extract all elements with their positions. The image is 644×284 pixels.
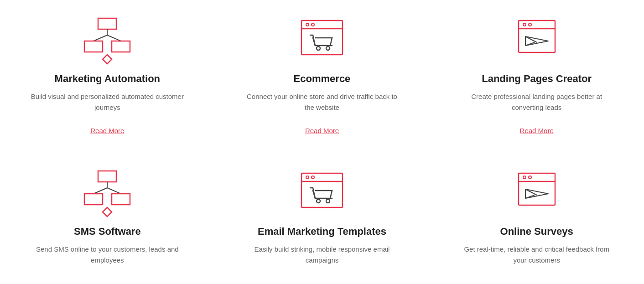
svg-rect-0 xyxy=(98,18,116,29)
svg-point-15 xyxy=(523,23,526,26)
svg-rect-33 xyxy=(519,173,555,205)
svg-marker-6 xyxy=(103,55,112,64)
card-ecommerce: Ecommerce Connect your online store and … xyxy=(215,0,430,153)
sms-icon xyxy=(80,166,135,217)
svg-point-30 xyxy=(312,176,314,179)
card-sms-software: SMS Software Send SMS online to your cus… xyxy=(0,153,215,284)
card-title: Ecommerce xyxy=(294,73,351,85)
card-marketing-automation: Marketing Automation Build visual and pe… xyxy=(0,0,215,153)
svg-point-9 xyxy=(306,23,309,26)
svg-line-22 xyxy=(93,188,107,194)
card-description: Build visual and personalized automated … xyxy=(27,91,187,114)
svg-point-32 xyxy=(326,199,330,203)
read-more-link[interactable]: Read More xyxy=(520,127,554,134)
card-description: Easily build striking, mobile responsive… xyxy=(242,244,402,267)
card-title: SMS Software xyxy=(74,226,141,238)
svg-line-2 xyxy=(93,35,107,41)
card-title: Online Surveys xyxy=(500,226,573,238)
card-title: Email Marketing Templates xyxy=(258,226,386,238)
read-more-link[interactable]: Read More xyxy=(305,127,339,134)
svg-point-10 xyxy=(312,23,314,26)
svg-point-12 xyxy=(326,46,330,50)
svg-line-23 xyxy=(107,188,121,194)
svg-point-29 xyxy=(306,176,309,179)
card-description: Get real-time, reliable and critical fee… xyxy=(457,244,617,267)
svg-rect-25 xyxy=(112,194,130,205)
svg-rect-20 xyxy=(98,171,116,182)
svg-rect-4 xyxy=(84,41,103,52)
svg-rect-24 xyxy=(84,194,103,205)
online-surveys-icon xyxy=(509,166,564,217)
svg-marker-26 xyxy=(103,207,112,217)
svg-point-31 xyxy=(317,199,320,203)
svg-line-3 xyxy=(107,35,121,41)
landing-pages-icon xyxy=(509,14,564,64)
features-grid: Marketing Automation Build visual and pe… xyxy=(0,0,644,284)
card-online-surveys: Online Surveys Get real-time, reliable a… xyxy=(429,153,644,284)
svg-point-36 xyxy=(529,176,531,179)
read-more-link[interactable]: Read More xyxy=(90,127,124,134)
svg-rect-5 xyxy=(112,41,130,52)
automation-icon xyxy=(80,14,135,64)
card-landing-pages: Landing Pages Creator Create professiona… xyxy=(429,0,644,153)
svg-rect-13 xyxy=(519,21,555,52)
card-email-marketing: Email Marketing Templates Easily build s… xyxy=(215,153,430,284)
card-description: Create professional landing pages better… xyxy=(457,91,617,114)
card-title: Landing Pages Creator xyxy=(482,73,592,85)
card-description: Send SMS online to your customers, leads… xyxy=(27,244,187,267)
svg-point-11 xyxy=(317,46,320,50)
card-description: Connect your online store and drive traf… xyxy=(242,91,402,114)
ecommerce-icon xyxy=(295,14,349,64)
svg-point-35 xyxy=(523,176,526,179)
svg-point-16 xyxy=(529,23,531,26)
card-title: Marketing Automation xyxy=(55,73,160,85)
email-marketing-icon xyxy=(295,166,349,217)
